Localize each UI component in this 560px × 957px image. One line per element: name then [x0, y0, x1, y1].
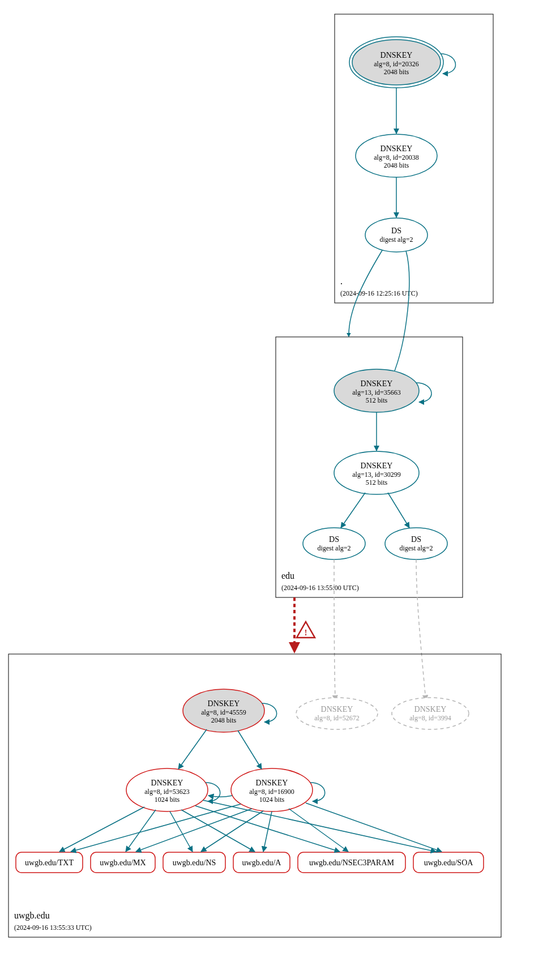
root-dnskey-zsk: DNSKEY alg=8, id=20038 2048 bits	[356, 134, 437, 177]
edu-dnskey-zsk: DNSKEY alg=13, id=30299 512 bits	[334, 451, 419, 494]
svg-text:alg=13, id=35663: alg=13, id=35663	[352, 388, 401, 396]
svg-text:DNSKEY: DNSKEY	[151, 779, 183, 787]
rrset-mx: uwgb.edu/MX	[91, 852, 155, 873]
svg-text:DNSKEY: DNSKEY	[361, 462, 393, 470]
svg-text:alg=8, id=52672: alg=8, id=52672	[314, 714, 360, 722]
svg-text:uwgb.edu/NSEC3PARAM: uwgb.edu/NSEC3PARAM	[309, 858, 395, 867]
svg-text:uwgb.edu/SOA: uwgb.edu/SOA	[424, 858, 474, 867]
edge-uwgb-ksk-to-zsk1	[178, 729, 207, 769]
edge-uwgb-ksk-to-zsk2	[238, 730, 262, 769]
svg-point-23	[385, 528, 447, 559]
edu-dnskey-ksk: DNSKEY alg=13, id=35663 512 bits	[334, 369, 419, 412]
svg-text:512 bits: 512 bits	[366, 396, 388, 404]
svg-text:digest alg=2: digest alg=2	[317, 544, 350, 552]
svg-text:alg=8, id=53623: alg=8, id=53623	[144, 788, 190, 796]
edge-edu-zsk-to-ds1	[341, 493, 365, 528]
zone-edu-name: edu	[281, 571, 294, 580]
svg-text:alg=8, id=45559: alg=8, id=45559	[201, 708, 246, 716]
rrset-ns: uwgb.edu/NS	[163, 852, 225, 873]
edge-edu-zsk-to-ds2	[388, 493, 409, 528]
svg-text:512 bits: 512 bits	[366, 478, 388, 486]
edu-ds-2: DS digest alg=2	[385, 528, 447, 559]
edge-edu-ds2-to-missing2	[416, 559, 426, 700]
svg-text:DS: DS	[391, 227, 401, 235]
zone-uwgb-ts: (2024-09-16 13:55:33 UTC)	[14, 924, 92, 932]
svg-text:uwgb.edu/NS: uwgb.edu/NS	[173, 858, 216, 867]
rrset-soa: uwgb.edu/SOA	[413, 852, 484, 873]
svg-point-9	[365, 218, 428, 252]
svg-text:uwgb.edu/TXT: uwgb.edu/TXT	[25, 858, 74, 867]
svg-point-20	[303, 528, 365, 559]
root-dnskey-ksk: DNSKEY alg=8, id=20326 2048 bits	[349, 37, 443, 88]
svg-text:1024 bits: 1024 bits	[259, 796, 285, 804]
svg-point-34	[392, 698, 469, 729]
zone-root-ts: (2024-09-16 12:25:16 UTC)	[340, 289, 418, 297]
svg-text:DNSKEY: DNSKEY	[208, 699, 240, 708]
zone-edu-ts: (2024-09-16 13:55:00 UTC)	[281, 584, 359, 592]
rrset-a: uwgb.edu/A	[233, 852, 290, 873]
svg-text:DS: DS	[411, 535, 421, 544]
rrset-nsec3param: uwgb.edu/NSEC3PARAM	[298, 852, 405, 873]
uwgb-dnskey-missing-2: DNSKEY alg=8, id=3994	[392, 698, 469, 729]
uwgb-dnskey-zsk-1: DNSKEY alg=8, id=53623 1024 bits	[126, 768, 208, 811]
svg-text:DNSKEY: DNSKEY	[414, 705, 447, 714]
svg-text:alg=8, id=3994: alg=8, id=3994	[409, 714, 451, 722]
edge-uwgb-zsk2-to-zsk1	[208, 796, 232, 797]
svg-text:2048 bits: 2048 bits	[211, 716, 237, 724]
svg-text:alg=13, id=30299: alg=13, id=30299	[352, 471, 401, 478]
svg-text:2048 bits: 2048 bits	[384, 68, 409, 76]
svg-text:uwgb.edu/A: uwgb.edu/A	[242, 858, 282, 867]
svg-text:2048 bits: 2048 bits	[384, 161, 409, 169]
uwgb-dnskey-missing-1: DNSKEY alg=8, id=52672	[296, 698, 378, 729]
svg-text:DNSKEY: DNSKEY	[381, 51, 413, 59]
e-z1-nsec3	[195, 806, 340, 852]
e-z1-txt	[59, 807, 144, 852]
svg-text:1024 bits: 1024 bits	[155, 796, 180, 804]
e-z2-ns	[201, 811, 263, 852]
edge-root-ds-to-edu-ksk	[392, 251, 409, 377]
zone-uwgb-name: uwgb.edu	[14, 911, 50, 921]
e-z2-a	[263, 811, 272, 852]
svg-text:DS: DS	[329, 535, 339, 544]
svg-text:digest alg=2: digest alg=2	[379, 236, 413, 243]
svg-text:DNSKEY: DNSKEY	[321, 705, 353, 714]
uwgb-dnskey-ksk: DNSKEY alg=8, id=45559 2048 bits	[183, 689, 264, 732]
svg-point-31	[296, 698, 378, 729]
svg-text:alg=8, id=20038: alg=8, id=20038	[374, 153, 419, 161]
root-ds: DS digest alg=2	[365, 218, 428, 252]
svg-text:alg=8, id=20326: alg=8, id=20326	[374, 60, 419, 68]
zone-root-name: .	[340, 276, 343, 286]
uwgb-dnskey-zsk-2: DNSKEY alg=8, id=16900 1024 bits	[231, 768, 313, 811]
svg-text:uwgb.edu/MX: uwgb.edu/MX	[100, 858, 146, 867]
edge-edu-ds1-to-missing1	[334, 559, 335, 700]
svg-text:DNSKEY: DNSKEY	[256, 779, 288, 787]
dnssec-diagram: . (2024-09-16 12:25:16 UTC) DNSKEY alg=8…	[0, 0, 560, 957]
svg-text:DNSKEY: DNSKEY	[361, 379, 393, 388]
svg-text:!: !	[305, 629, 307, 637]
warning-icon: !	[297, 622, 315, 638]
edu-ds-1: DS digest alg=2	[303, 528, 365, 559]
svg-text:alg=8, id=16900: alg=8, id=16900	[249, 788, 294, 796]
e-z1-mx	[126, 810, 156, 852]
svg-text:digest alg=2: digest alg=2	[399, 544, 433, 552]
rrset-txt: uwgb.edu/TXT	[16, 852, 83, 873]
svg-text:DNSKEY: DNSKEY	[381, 144, 413, 153]
